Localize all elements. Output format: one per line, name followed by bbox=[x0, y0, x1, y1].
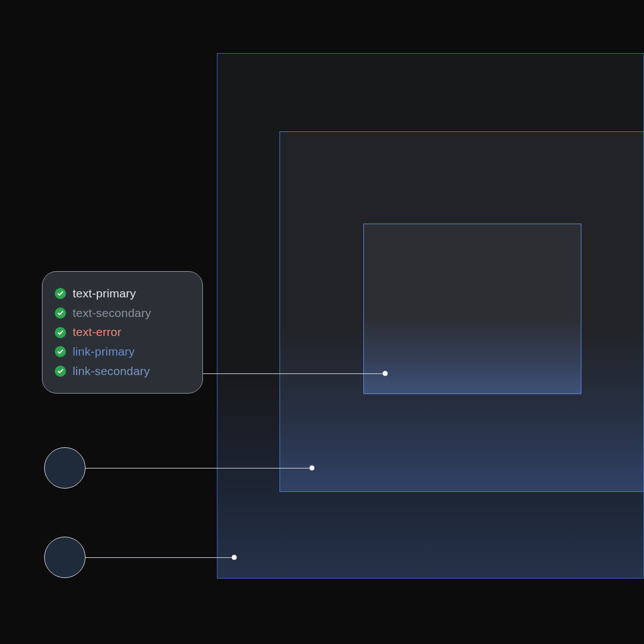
token-row-text-error: text-error bbox=[55, 323, 190, 342]
check-icon bbox=[55, 327, 66, 338]
swatch-circle-outer bbox=[44, 537, 86, 578]
token-label: link-secondary bbox=[73, 362, 150, 381]
token-row-link-secondary: link-secondary bbox=[55, 362, 190, 381]
token-panel: text-primary text-secondary text-error l… bbox=[42, 271, 203, 394]
layer-inner bbox=[363, 224, 581, 394]
connector-dot bbox=[383, 371, 388, 376]
connector-dot bbox=[232, 555, 237, 560]
connector-circle-to-outer bbox=[86, 557, 234, 558]
token-row-text-primary: text-primary bbox=[55, 284, 190, 304]
check-icon bbox=[55, 307, 66, 319]
connector-dot bbox=[310, 466, 315, 471]
token-row-text-secondary: text-secondary bbox=[55, 304, 190, 323]
connector-circle-to-middle bbox=[86, 468, 312, 468]
connector-panel-to-inner bbox=[203, 373, 385, 374]
check-icon bbox=[55, 288, 66, 299]
token-label: text-secondary bbox=[73, 304, 151, 323]
check-icon bbox=[55, 366, 66, 377]
token-label: text-error bbox=[73, 323, 121, 342]
token-row-link-primary: link-primary bbox=[55, 342, 190, 362]
swatch-circle-middle bbox=[44, 447, 86, 489]
check-icon bbox=[55, 346, 66, 357]
token-label: text-primary bbox=[73, 284, 136, 304]
token-label: link-primary bbox=[73, 342, 135, 362]
